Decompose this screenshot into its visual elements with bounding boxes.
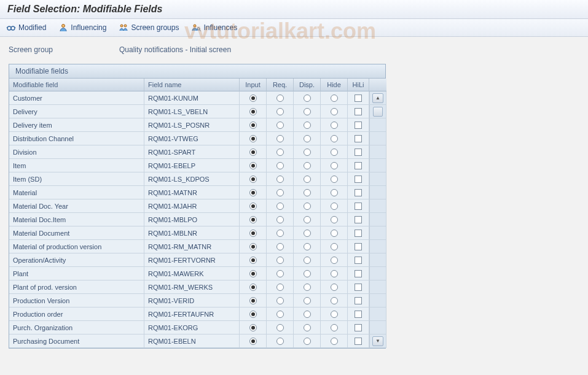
hide-radio-cell[interactable]: [321, 132, 348, 145]
radio-option[interactable]: [304, 338, 311, 345]
hide-radio-cell[interactable]: [321, 105, 348, 118]
checkbox[interactable]: [355, 216, 362, 223]
req-radio-cell[interactable]: [267, 280, 294, 294]
radio-option[interactable]: [276, 162, 284, 169]
input-radio-cell[interactable]: [240, 267, 267, 280]
req-radio-cell[interactable]: [267, 334, 294, 348]
radio-option[interactable]: [304, 216, 311, 223]
screen-groups-button[interactable]: Screen groups: [119, 23, 179, 33]
hili-checkbox-cell[interactable]: [348, 172, 369, 186]
checkbox[interactable]: [355, 135, 362, 142]
radio-selected[interactable]: [249, 297, 257, 304]
radio-option[interactable]: [331, 95, 338, 102]
radio-option[interactable]: [331, 284, 338, 291]
disp-radio-cell[interactable]: [294, 172, 321, 186]
radio-option[interactable]: [276, 311, 284, 318]
radio-option[interactable]: [276, 189, 284, 196]
checkbox[interactable]: [355, 284, 362, 291]
disp-radio-cell[interactable]: [294, 105, 321, 118]
checkbox[interactable]: [355, 203, 362, 210]
radio-option[interactable]: [276, 95, 284, 102]
hide-radio-cell[interactable]: [321, 118, 348, 132]
hide-radio-cell[interactable]: [321, 199, 348, 213]
radio-option[interactable]: [331, 216, 338, 223]
radio-selected[interactable]: [249, 257, 257, 264]
radio-option[interactable]: [276, 257, 284, 264]
scroll-up-icon[interactable]: ▲: [372, 93, 383, 103]
radio-selected[interactable]: [249, 270, 257, 277]
radio-selected[interactable]: [249, 149, 257, 156]
req-radio-cell[interactable]: [267, 145, 294, 159]
disp-radio-cell[interactable]: [294, 267, 321, 280]
checkbox[interactable]: [355, 324, 362, 331]
radio-option[interactable]: [304, 135, 311, 142]
req-radio-cell[interactable]: [267, 226, 294, 240]
checkbox[interactable]: [355, 122, 362, 129]
hili-checkbox-cell[interactable]: [348, 240, 369, 253]
req-radio-cell[interactable]: [267, 267, 294, 280]
input-radio-cell[interactable]: [240, 226, 267, 240]
radio-option[interactable]: [331, 324, 338, 331]
radio-option[interactable]: [276, 243, 284, 250]
radio-option[interactable]: [331, 176, 338, 183]
col-header-input[interactable]: Input: [240, 79, 267, 91]
checkbox[interactable]: [355, 162, 362, 169]
col-header-disp[interactable]: Disp.: [294, 79, 321, 91]
radio-option[interactable]: [276, 122, 284, 129]
radio-option[interactable]: [276, 149, 284, 156]
radio-selected[interactable]: [249, 230, 257, 237]
checkbox[interactable]: [355, 257, 362, 264]
req-radio-cell[interactable]: [267, 186, 294, 199]
radio-option[interactable]: [331, 203, 338, 210]
radio-selected[interactable]: [249, 311, 257, 318]
disp-radio-cell[interactable]: [294, 145, 321, 159]
hide-radio-cell[interactable]: [321, 186, 348, 199]
checkbox[interactable]: [355, 243, 362, 250]
radio-selected[interactable]: [249, 108, 257, 115]
hili-checkbox-cell[interactable]: [348, 267, 369, 280]
radio-selected[interactable]: [249, 122, 257, 129]
checkbox[interactable]: [355, 95, 362, 102]
input-radio-cell[interactable]: [240, 294, 267, 307]
radio-option[interactable]: [276, 216, 284, 223]
req-radio-cell[interactable]: [267, 91, 294, 105]
radio-option[interactable]: [331, 149, 338, 156]
radio-option[interactable]: [276, 203, 284, 210]
hide-radio-cell[interactable]: [321, 240, 348, 253]
req-radio-cell[interactable]: [267, 105, 294, 118]
disp-radio-cell[interactable]: [294, 294, 321, 307]
hide-radio-cell[interactable]: [321, 280, 348, 294]
radio-selected[interactable]: [249, 176, 257, 183]
req-radio-cell[interactable]: [267, 294, 294, 307]
radio-option[interactable]: [304, 95, 311, 102]
radio-selected[interactable]: [249, 203, 257, 210]
radio-option[interactable]: [304, 176, 311, 183]
hili-checkbox-cell[interactable]: [348, 307, 369, 321]
radio-option[interactable]: [276, 230, 284, 237]
hili-checkbox-cell[interactable]: [348, 226, 369, 240]
radio-option[interactable]: [276, 108, 284, 115]
radio-option[interactable]: [304, 324, 311, 331]
hili-checkbox-cell[interactable]: [348, 145, 369, 159]
radio-option[interactable]: [304, 311, 311, 318]
radio-option[interactable]: [331, 297, 338, 304]
radio-option[interactable]: [331, 257, 338, 264]
radio-option[interactable]: [276, 176, 284, 183]
input-radio-cell[interactable]: [240, 172, 267, 186]
input-radio-cell[interactable]: [240, 240, 267, 253]
hide-radio-cell[interactable]: [321, 321, 348, 334]
req-radio-cell[interactable]: [267, 132, 294, 145]
col-header-field[interactable]: Modifiable field: [9, 79, 144, 91]
input-radio-cell[interactable]: [240, 253, 267, 267]
req-radio-cell[interactable]: [267, 118, 294, 132]
req-radio-cell[interactable]: [267, 159, 294, 172]
col-header-req[interactable]: Req.: [267, 79, 294, 91]
checkbox[interactable]: [355, 189, 362, 196]
scroll-gutter[interactable]: [369, 105, 386, 118]
hide-radio-cell[interactable]: [321, 172, 348, 186]
hili-checkbox-cell[interactable]: [348, 213, 369, 226]
req-radio-cell[interactable]: [267, 213, 294, 226]
input-radio-cell[interactable]: [240, 186, 267, 199]
radio-selected[interactable]: [249, 189, 257, 196]
radio-option[interactable]: [331, 311, 338, 318]
